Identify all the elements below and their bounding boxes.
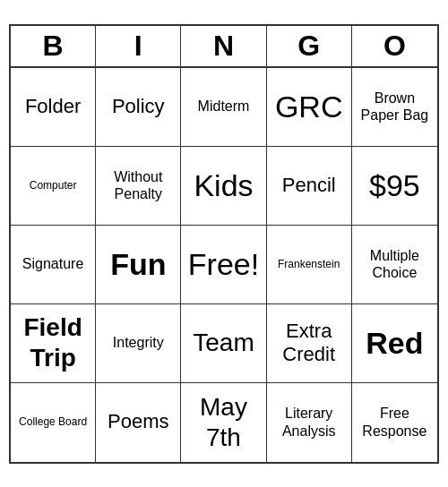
bingo-grid: FolderPolicyMidtermGRCBrown Paper BagCom…: [11, 68, 437, 462]
bingo-cell: Signature: [11, 226, 96, 304]
bingo-cell: Folder: [11, 68, 96, 147]
bingo-cell: Multiple Choice: [352, 226, 437, 304]
bingo-cell: Pencil: [267, 147, 352, 226]
header-letter: O: [352, 26, 437, 66]
cell-text: Poems: [108, 410, 168, 433]
bingo-cell: May 7th: [181, 383, 266, 462]
cell-text: Folder: [25, 95, 81, 118]
bingo-cell: Integrity: [96, 304, 181, 383]
cell-text: Without Penalty: [99, 168, 177, 202]
cell-text: GRC: [275, 89, 343, 125]
cell-text: Signature: [22, 255, 84, 272]
cell-text: Literary Analysis: [271, 405, 348, 439]
header-letter: G: [267, 26, 352, 66]
bingo-cell: Poems: [96, 383, 181, 462]
cell-text: Policy: [112, 95, 165, 118]
bingo-cell: Midterm: [181, 68, 266, 147]
bingo-cell: Policy: [96, 68, 181, 147]
bingo-cell: Extra Credit: [267, 304, 352, 383]
cell-text: Free!: [188, 246, 259, 283]
bingo-cell: Red: [352, 304, 437, 383]
cell-text: Frankenstein: [278, 258, 340, 270]
cell-text: Computer: [30, 179, 77, 192]
cell-text: Fun: [110, 246, 166, 283]
bingo-cell: Fun: [96, 226, 181, 304]
bingo-cell: $95: [352, 147, 437, 226]
cell-text: Integrity: [113, 334, 164, 351]
cell-text: May 7th: [185, 392, 262, 452]
cell-text: College Board: [19, 415, 87, 428]
cell-text: Midterm: [198, 98, 250, 115]
bingo-cell: Computer: [11, 147, 96, 226]
bingo-cell: Literary Analysis: [267, 383, 352, 462]
header-letter: I: [96, 26, 181, 66]
bingo-card: BINGO FolderPolicyMidtermGRCBrown Paper …: [9, 24, 439, 464]
bingo-cell: College Board: [11, 383, 96, 462]
cell-text: Brown Paper Bag: [356, 90, 434, 124]
bingo-cell: Frankenstein: [267, 226, 352, 304]
bingo-cell: Brown Paper Bag: [352, 68, 437, 147]
bingo-cell: Free Response: [352, 383, 437, 462]
cell-text: Team: [193, 328, 254, 358]
bingo-cell: Free!: [181, 226, 266, 304]
cell-text: Free Response: [356, 405, 434, 439]
bingo-cell: Team: [181, 304, 266, 383]
bingo-cell: Kids: [181, 147, 266, 226]
header-letter: B: [11, 26, 96, 66]
cell-text: Kids: [194, 167, 253, 204]
cell-text: Pencil: [282, 174, 336, 197]
cell-text: Red: [366, 325, 423, 362]
bingo-cell: Without Penalty: [96, 147, 181, 226]
bingo-cell: Field Trip: [11, 304, 96, 383]
cell-text: Field Trip: [14, 312, 91, 372]
cell-text: Extra Credit: [271, 320, 348, 367]
cell-text: Multiple Choice: [356, 247, 434, 281]
bingo-cell: GRC: [267, 68, 352, 147]
header-letter: N: [181, 26, 266, 66]
bingo-header: BINGO: [11, 26, 437, 68]
cell-text: $95: [369, 167, 420, 204]
